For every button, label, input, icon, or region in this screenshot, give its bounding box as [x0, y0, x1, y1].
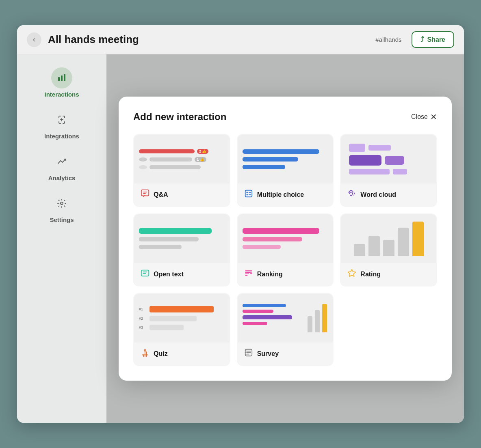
header-tag: #allhands	[375, 36, 401, 43]
interaction-card-word-cloud[interactable]: Word cloud	[340, 134, 437, 207]
quiz-icon	[141, 348, 150, 360]
qa-label-text: Q&A	[154, 191, 168, 198]
main-area: Interactions Integrations Analytics	[17, 54, 464, 423]
analytics-icon	[57, 157, 67, 166]
modal-title: Add new interaction	[133, 111, 226, 123]
integrations-icon	[57, 115, 67, 125]
modal-close-button[interactable]: Close ✕	[411, 112, 437, 122]
ranking-icon	[244, 269, 253, 280]
ot-label: Open text	[134, 263, 230, 286]
interactions-icon	[57, 73, 67, 83]
rank-preview-area	[238, 214, 333, 263]
sidebar-item-interactions[interactable]: Interactions	[25, 62, 98, 103]
qa-label: Q&A	[134, 183, 230, 206]
mc-icon	[244, 189, 253, 200]
wc-label: Word cloud	[341, 183, 436, 206]
share-icon: ⤴	[420, 35, 424, 44]
svg-point-6	[246, 192, 248, 193]
header: ‹ All hands meeting #allhands ⤴ Share	[17, 25, 464, 54]
interaction-grid: 2 👍 1 👍	[133, 134, 437, 366]
interaction-card-rating[interactable]: Rating	[340, 213, 437, 286]
sidebar-item-integrations[interactable]: Integrations	[25, 104, 98, 144]
svg-rect-5	[245, 190, 252, 197]
share-button[interactable]: ⤴ Share	[412, 31, 454, 48]
close-label: Close	[411, 113, 428, 121]
sidebar-item-settings-label: Settings	[50, 216, 74, 223]
interaction-card-qa[interactable]: 2 👍 1 👍	[133, 134, 230, 207]
ot-preview-area	[134, 214, 230, 263]
svg-rect-2	[64, 74, 65, 81]
svg-point-7	[246, 194, 248, 196]
interaction-card-open-text[interactable]: Open text	[133, 213, 230, 286]
sidebar-item-integrations-label: Integrations	[44, 133, 79, 140]
analytics-icon-bg	[51, 151, 72, 172]
survey-label: Survey	[238, 342, 333, 365]
sidebar-item-analytics[interactable]: Analytics	[25, 146, 98, 186]
sidebar: Interactions Integrations Analytics	[17, 54, 106, 423]
settings-icon-bg	[51, 193, 72, 214]
integrations-icon-bg	[51, 109, 72, 130]
close-icon: ✕	[430, 112, 437, 122]
content-area: Add new interaction Close ✕	[106, 54, 464, 423]
ranking-label-text: Ranking	[257, 271, 283, 278]
quiz-label-text: Quiz	[154, 350, 168, 358]
svg-point-3	[61, 202, 63, 205]
wc-preview-area	[341, 135, 436, 183]
svg-rect-1	[61, 75, 63, 81]
add-interaction-modal: Add new interaction Close ✕	[119, 97, 452, 381]
quiz-preview-area: #1 #2 #3	[134, 294, 230, 342]
rating-icon	[347, 269, 356, 280]
wc-icon	[347, 189, 356, 200]
modal-overlay: Add new interaction Close ✕	[106, 54, 464, 423]
sidebar-item-analytics-label: Analytics	[48, 174, 76, 181]
mc-preview-area	[238, 135, 333, 183]
modal-header: Add new interaction Close ✕	[133, 111, 437, 123]
wc-label-text: Word cloud	[360, 191, 396, 198]
back-button[interactable]: ‹	[27, 32, 41, 47]
qa-icon	[141, 189, 150, 200]
rank-label: Ranking	[238, 263, 333, 286]
survey-icon	[244, 348, 253, 360]
interaction-card-multiple-choice[interactable]: Multiple choice	[237, 134, 334, 207]
sidebar-item-interactions-label: Interactions	[44, 91, 79, 98]
mc-label: Multiple choice	[238, 183, 333, 206]
sidebar-item-settings[interactable]: Settings	[25, 188, 98, 228]
quiz-label: Quiz	[134, 342, 230, 365]
interaction-card-survey[interactable]: Survey	[237, 293, 334, 366]
svg-rect-0	[58, 77, 60, 81]
interaction-card-ranking[interactable]: Ranking	[237, 213, 334, 286]
ot-label-text: Open text	[154, 271, 184, 278]
settings-icon	[57, 198, 67, 208]
ot-icon	[141, 269, 150, 280]
interaction-card-quiz[interactable]: #1 #2 #3	[133, 293, 230, 366]
mc-label-text: Multiple choice	[257, 191, 304, 198]
interactions-icon-bg	[51, 67, 72, 88]
rating-label-text: Rating	[360, 271, 381, 278]
survey-preview-area	[238, 294, 333, 342]
qa-preview-area: 2 👍 1 👍	[134, 135, 230, 183]
app-shell: ‹ All hands meeting #allhands ⤴ Share In…	[17, 25, 464, 423]
share-label: Share	[427, 36, 445, 43]
rating-preview-area	[341, 214, 436, 263]
page-title: All hands meeting	[48, 33, 375, 46]
survey-label-text: Survey	[257, 350, 279, 358]
rating-label: Rating	[341, 263, 436, 286]
